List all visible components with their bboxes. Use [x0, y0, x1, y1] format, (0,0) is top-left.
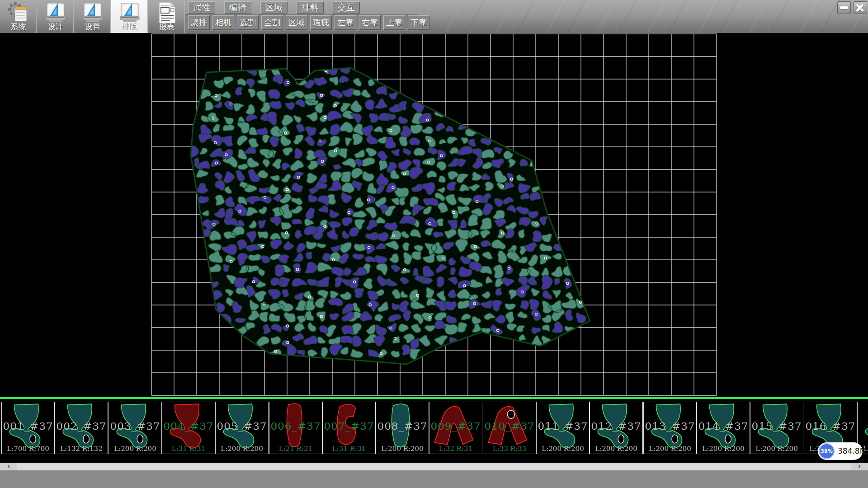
part-lr-count: L:200 R:200	[697, 445, 750, 453]
part-lr-count: L:200 R:200	[376, 445, 429, 453]
toolbar-button-report[interactable]: 报表	[148, 0, 185, 33]
tool-button-region[interactable]: 区域	[286, 15, 307, 30]
part-lr-count: L:200 R:200	[537, 445, 589, 453]
part-thumbnail[interactable]: 006_#37L:21 R:21	[269, 402, 322, 454]
part-id-label: 001_#37	[2, 420, 54, 432]
scroll-right-button[interactable]: ›	[851, 463, 868, 470]
tool-button-select-cut[interactable]: 选割	[237, 15, 259, 30]
part-thumbnail[interactable]: 012_#37L:200 R:200	[590, 402, 643, 454]
part-lr-count: L:700 R:700	[2, 445, 54, 453]
menu-tab-interaction[interactable]: 交互	[333, 1, 360, 14]
part-lr-count: L:200 R:200	[750, 445, 803, 453]
part-id-label: 004_#37	[162, 420, 215, 432]
menu-tab-region[interactable]: 区域	[260, 1, 288, 14]
horizontal-scrollbar[interactable]: ‹ ›	[0, 463, 868, 470]
toolbar-texture	[434, 0, 868, 33]
tool-button-align-right[interactable]: 右靠	[359, 15, 381, 30]
part-thumbnail[interactable]: 003_#37L:200 R:200	[108, 402, 162, 454]
part-id-label: 008_#37	[376, 420, 429, 432]
part-thumbnail[interactable]: 010_#37L:33 R:33	[483, 402, 536, 454]
application-window: 系统 设计 设置 排版 报表 属性编辑区域排料交互 聚排相机选割全割区域瑕疵左靠…	[0, 0, 868, 488]
part-id-label: 011_#37	[537, 420, 589, 432]
icon-toolbar: 系统 设计 设置 排版 报表	[0, 0, 185, 33]
toolbar-button-settings[interactable]: 设置	[74, 0, 111, 33]
part-id-label: 015_#37	[750, 420, 803, 432]
part-lr-count: L:33 R:33	[483, 445, 536, 453]
toolbar-button-label: 系统	[0, 22, 37, 32]
window-controls	[837, 1, 867, 14]
part-id-label: 003_#37	[109, 420, 161, 432]
minimize-button[interactable]	[837, 1, 851, 14]
part-id-label: 010_#37	[483, 420, 536, 432]
toolbar-button-design[interactable]: 设计	[37, 0, 74, 33]
memory-size-label: 384.8M	[838, 442, 866, 460]
part-lr-count: L:32 R:31	[429, 445, 482, 453]
part-lr-count: L:200 R:200	[216, 445, 268, 453]
part-id-label: 006_#37	[269, 420, 322, 432]
part-id-label: 002_#37	[55, 420, 108, 432]
part-thumbnail[interactable]: 008_#37L:200 R:200	[376, 402, 429, 454]
part-lr-count: L:200 R:200	[590, 445, 642, 453]
part-id-label: 012_#37	[590, 420, 642, 432]
part-lr-count: L:200 R:200	[109, 445, 161, 453]
toolbar-button-system[interactable]: 系统	[0, 0, 37, 33]
part-id-label: 009_#37	[429, 420, 482, 432]
tool-button-cut-all[interactable]: 全割	[261, 15, 283, 30]
tool-button-row: 聚排相机选割全割区域瑕疵左靠右靠上靠下靠	[188, 15, 429, 30]
part-thumbnail[interactable]: 009_#37L:32 R:31	[429, 402, 482, 454]
part-id-label: 016_#37	[804, 420, 857, 432]
part-thumbnail[interactable]: 007_#37L:31 R:31	[322, 402, 376, 454]
part-id-label: 005_#37	[216, 420, 268, 432]
toolbar: 系统 设计 设置 排版 报表 属性编辑区域排料交互 聚排相机选割全割区域瑕疵左靠…	[0, 0, 868, 33]
menu-tab-nesting[interactable]: 排料	[297, 1, 324, 14]
tool-button-camera[interactable]: 相机	[212, 15, 234, 30]
part-thumbnail[interactable]: 011_#37L:200 R:200	[536, 402, 590, 454]
part-thumbnail[interactable]: 001_#37L:700 R:700	[1, 402, 55, 454]
tool-button-align-left[interactable]: 左靠	[335, 15, 356, 30]
part-lr-count: L:31 R:31	[162, 445, 215, 453]
nesting-canvas[interactable]	[0, 33, 868, 398]
toolbar-button-label: 设计	[37, 22, 74, 32]
progress-circle: 38%	[819, 443, 835, 459]
part-thumbnail[interactable]: 014_#37L:200 R:200	[697, 402, 750, 454]
part-thumbnail-strip: 001_#37L:700 R:700 002_#37L:132 R:132 00…	[0, 399, 868, 463]
tool-button-align-bottom[interactable]: 下靠	[408, 15, 429, 30]
minimize-icon	[840, 6, 848, 9]
close-button[interactable]	[854, 1, 867, 14]
part-id-label: 013_#37	[644, 420, 696, 432]
part-thumbnail[interactable]: 005_#37L:200 R:200	[215, 402, 269, 454]
menu-tab-bar: 属性编辑区域排料交互	[188, 1, 360, 14]
scroll-left-button[interactable]: ‹	[0, 463, 17, 470]
status-footer	[0, 470, 868, 488]
part-id-label: 014_#37	[697, 420, 750, 432]
part-lr-count: L:31 R:31	[323, 445, 375, 453]
toolbar-button-layout[interactable]: 排版	[111, 0, 148, 33]
part-lr-count: L:200 R:200	[644, 445, 696, 453]
part-lr-count: L:132 R:132	[55, 445, 108, 453]
tool-button-defect[interactable]: 瑕疵	[310, 15, 332, 30]
part-thumbnail[interactable]: 002_#37L:132 R:132	[55, 402, 108, 454]
toolbar-button-label: 排版	[111, 22, 148, 32]
menu-tab-edit[interactable]: 编辑	[224, 1, 251, 14]
toolbar-button-label: 报表	[148, 22, 185, 32]
tool-button-align-top[interactable]: 上靠	[383, 15, 405, 30]
part-thumbnail[interactable]: 015_#37L:200 R:200	[750, 402, 803, 454]
part-thumbnail[interactable]: 004_#37L:31 R:31	[162, 402, 215, 454]
menu-tab-properties[interactable]: 属性	[188, 1, 215, 14]
toolbar-button-label: 设置	[74, 22, 111, 32]
memory-usage-badge[interactable]: 38% 384.8M	[818, 442, 863, 460]
tool-button-cluster-nest[interactable]: 聚排	[188, 15, 210, 30]
part-thumbnail[interactable]: 013_#37L:200 R:200	[643, 402, 697, 454]
part-id-label: 007_#37	[323, 420, 375, 432]
part-lr-count: L:21 R:21	[269, 445, 322, 453]
